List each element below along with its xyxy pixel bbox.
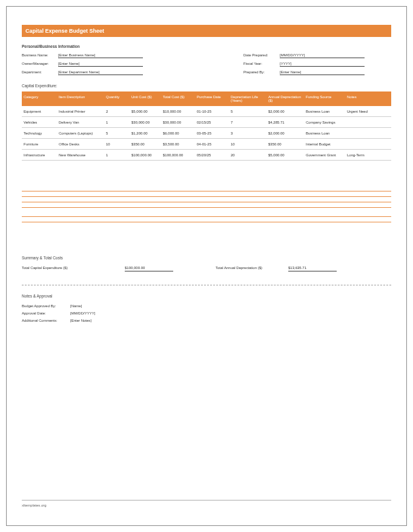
cell-unit: $30,000.00 — [130, 121, 161, 124]
orange-line — [22, 222, 391, 222]
cell-notes — [345, 131, 380, 135]
total-dep-value: $13,635.71 — [288, 266, 337, 271]
cell-purchase: 04-01-25 — [195, 142, 229, 146]
cell-qty: 2 — [104, 110, 130, 113]
summary-row: Total Capital Expenditure ($) $100,000.0… — [22, 266, 391, 271]
cell-cat: Equipment — [22, 110, 57, 113]
cell-desc: Delivery Van — [57, 121, 104, 124]
info-row-3: Department: [Enter Department Name] Prep… — [22, 70, 391, 75]
approval-date-label: Approval Date: — [22, 311, 70, 315]
cell-total: $100,000.00 — [161, 153, 195, 157]
cell-dep_life: 3 — [229, 131, 266, 135]
cell-unit: $350.00 — [130, 142, 161, 146]
orange-line — [22, 202, 391, 202]
date-prepared-label: Date Prepared: — [243, 53, 280, 57]
cell-cat: Vehicles — [22, 121, 57, 124]
cell-funding: Business Loan — [304, 110, 345, 113]
owner-value: [Enter Name] — [58, 62, 143, 67]
approved-by-row: Budget Approved By: [Name] — [22, 304, 391, 308]
cell-annual_dep: $4,285.71 — [266, 121, 304, 124]
business-name-value: [Enter Business Name] — [58, 53, 143, 58]
cell-unit: $5,000.00 — [130, 110, 161, 113]
orange-line — [22, 207, 391, 208]
cell-annual_dep: $5,000.00 — [266, 153, 304, 157]
table-row: EquipmentIndustrial Printer2$5,000.00$10… — [22, 106, 391, 117]
cell-funding: Internal Budget — [304, 142, 345, 146]
empty-lines — [22, 191, 391, 222]
comments-row: Additional Comments: [Enter Notes] — [22, 319, 391, 322]
cell-annual_dep: $2,000.00 — [266, 131, 304, 135]
table-body: EquipmentIndustrial Printer2$5,000.00$10… — [22, 106, 391, 161]
cell-total: $3,500.00 — [161, 142, 195, 146]
th-desc: Item Description — [57, 95, 104, 102]
cell-desc: Computers (Laptops) — [57, 131, 104, 135]
orange-line — [22, 191, 391, 191]
total-cap-value: $100,000.00 — [125, 266, 173, 271]
comments-value: [Enter Notes] — [70, 319, 91, 322]
th-unit: Unit Cost ($) — [130, 95, 161, 102]
cell-notes — [345, 121, 380, 124]
department-value: [Enter Department Name] — [58, 70, 143, 75]
department-label: Department: — [22, 70, 58, 74]
orange-line — [22, 216, 391, 217]
cell-cat: Technology — [22, 131, 57, 135]
approval-date-value: [MM/DD/YYYY] — [70, 311, 95, 315]
cell-qty: 1 — [104, 121, 130, 124]
cell-funding: Government Grant — [304, 153, 345, 157]
cell-dep_life: 20 — [229, 153, 266, 157]
comments-label: Additional Comments: — [22, 319, 70, 322]
th-deplife: Depreciation Life (Years) — [229, 95, 266, 102]
cell-desc: New Warehouse — [57, 153, 104, 157]
cell-total: $10,000.00 — [161, 110, 195, 113]
prepared-by-value: [Enter Name] — [280, 70, 365, 75]
cell-dep_life: 7 — [229, 121, 266, 124]
owner-label: Owner/Manager: — [22, 62, 58, 65]
cell-qty: 5 — [104, 131, 130, 135]
cell-annual_dep: $350.00 — [266, 142, 304, 146]
fiscal-year-label: Fiscal Year: — [243, 62, 280, 65]
cell-desc: Industrial Printer — [57, 110, 104, 113]
notes-heading: Notes & Approval — [22, 294, 391, 298]
cell-notes — [345, 142, 380, 146]
cell-funding: Company Savings — [304, 121, 345, 124]
th-annualdep: Annual Depreciation ($) — [266, 95, 304, 102]
approved-by-value: [Name] — [70, 304, 82, 308]
prepared-by-label: Prepared By: — [243, 70, 280, 74]
total-cap-label: Total Capital Expenditure ($) — [22, 266, 125, 271]
page: Capital Expense Budget Sheet Personal/Bu… — [6, 6, 407, 526]
table-row: FurnitureOffice Desks10$350.00$3,500.000… — [22, 139, 391, 150]
cell-annual_dep: $2,000.00 — [266, 110, 304, 113]
section-personal-heading: Personal/Business Information — [22, 44, 391, 48]
info-row-1: Business Name: [Enter Business Name] Dat… — [22, 53, 391, 58]
footer: xltemplates.org — [22, 500, 391, 507]
table-row: TechnologyComputers (Laptops)5$1,200.00$… — [22, 128, 391, 139]
total-dep-label: Total Annual Depreciation ($) — [216, 266, 288, 271]
th-purchase: Purchase Date — [195, 95, 229, 102]
cell-qty: 10 — [104, 142, 130, 146]
th-notes: Notes — [345, 95, 380, 102]
cell-desc: Office Desks — [57, 142, 104, 146]
cell-total: $30,000.00 — [161, 121, 195, 124]
summary-heading: Summary & Total Costs — [22, 256, 391, 260]
cell-qty: 1 — [104, 153, 130, 157]
page-title: Capital Expense Budget Sheet — [22, 25, 391, 37]
cell-purchase: 02/15/25 — [195, 121, 229, 124]
approval-date-row: Approval Date: [MM/DD/YYYY] — [22, 311, 391, 315]
cell-notes: Long-Term — [345, 153, 380, 157]
business-name-label: Business Name: — [22, 53, 58, 57]
section-expenditure-heading: Capital Expenditure: — [22, 84, 391, 88]
table-row: InfrastructureNew Warehouse1$100,000.00$… — [22, 150, 391, 161]
date-prepared-value: [MM/DD/YYYY] — [280, 53, 365, 58]
footer-text: xltemplates.org — [22, 504, 47, 507]
approved-by-label: Budget Approved By: — [22, 304, 70, 308]
table-row: VehiclesDelivery Van1$30,000.00$30,000.0… — [22, 117, 391, 128]
cell-purchase: 03-05-25 — [195, 131, 229, 135]
cell-cat: Infrastructure — [22, 153, 57, 157]
dashed-separator — [22, 285, 391, 285]
table-header: Category Item Description Quantity Unit … — [22, 91, 391, 106]
cell-purchase: 01-10-25 — [195, 110, 229, 113]
th-category: Category — [22, 95, 57, 102]
cell-unit: $1,200.00 — [130, 131, 161, 135]
cell-cat: Furniture — [22, 142, 57, 146]
cell-notes: Urgent Need — [345, 110, 380, 113]
